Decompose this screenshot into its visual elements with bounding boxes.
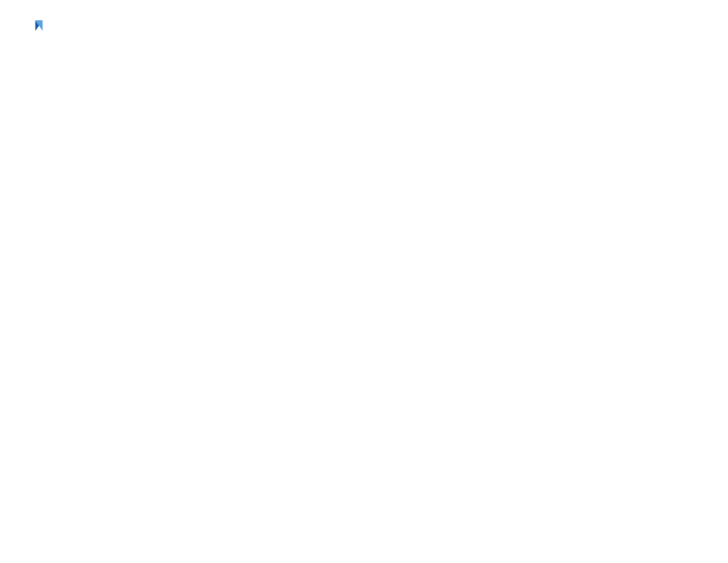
logo-icon [15, 15, 44, 44]
page-header [15, 15, 713, 44]
logo [15, 15, 50, 44]
